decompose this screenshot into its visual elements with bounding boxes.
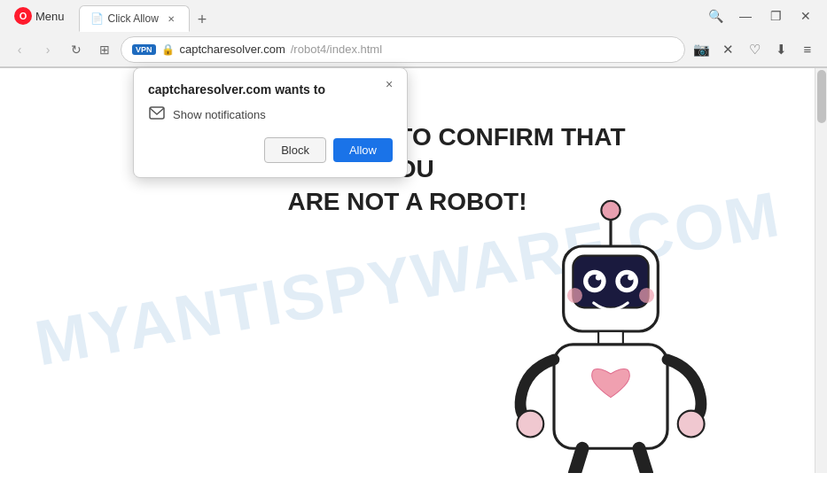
vpn-badge: VPN: [132, 44, 156, 55]
tab-title: Click Allow: [108, 12, 159, 25]
url-domain: captcharesolver.com: [180, 43, 285, 56]
page-content: MYANTISPYWARE.COM CLICK «ALLOW» TO CONFI…: [0, 68, 827, 473]
svg-point-8: [596, 275, 601, 280]
svg-point-10: [567, 288, 582, 303]
lock-icon: 🔒: [161, 43, 175, 56]
svg-point-15: [678, 411, 705, 438]
popup-permission-row: Show notifications: [148, 105, 393, 123]
tabs-container: 📄 Click Allow ✕ +: [75, 0, 698, 32]
notification-icon: [148, 105, 166, 123]
opera-menu[interactable]: O Menu: [7, 4, 72, 28]
title-bar: O Menu 📄 Click Allow ✕ + 🔍 — ❐ ✕: [0, 0, 827, 32]
tab-favicon-icon: 📄: [90, 12, 103, 25]
scrollbar[interactable]: [815, 68, 827, 473]
back-button[interactable]: ‹: [7, 37, 32, 62]
camera-icon[interactable]: 📷: [689, 37, 714, 62]
close-window-button[interactable]: ✕: [792, 2, 820, 30]
refresh-button[interactable]: ↻: [64, 37, 89, 62]
popup-buttons: Block Allow: [148, 137, 393, 163]
grid-view-button[interactable]: ⊞: [92, 37, 117, 62]
tab-close-button[interactable]: ✕: [164, 12, 178, 26]
notification-popup: × captcharesolver.com wants to Show noti…: [133, 67, 408, 178]
address-bar: ‹ › ↻ ⊞ VPN 🔒 captcharesolver.com /robot…: [0, 32, 827, 67]
scrollbar-thumb[interactable]: [817, 70, 826, 123]
block-button[interactable]: Block: [264, 137, 326, 163]
svg-point-14: [517, 411, 543, 438]
url-input[interactable]: VPN 🔒 captcharesolver.com /robot4/index.…: [121, 36, 685, 63]
svg-rect-12: [598, 331, 623, 345]
maximize-button[interactable]: ❐: [761, 2, 790, 30]
opera-logo-icon: O: [14, 7, 32, 25]
extensions-icon[interactable]: ✕: [715, 37, 740, 62]
robot-image: [478, 190, 744, 473]
svg-point-9: [628, 275, 633, 280]
tab-active[interactable]: 📄 Click Allow ✕: [79, 5, 190, 32]
permission-label: Show notifications: [173, 108, 266, 121]
search-button[interactable]: 🔍: [701, 2, 729, 30]
heart-icon[interactable]: ♡: [742, 37, 767, 62]
url-path: /robot4/index.html: [291, 43, 382, 56]
headline-line2: ARE NOT A ROBOT!: [287, 188, 527, 215]
svg-point-11: [639, 288, 654, 303]
minimize-button[interactable]: —: [731, 2, 760, 30]
allow-button[interactable]: Allow: [333, 138, 393, 162]
popup-title: captcharesolver.com wants to: [148, 82, 393, 97]
svg-rect-16: [150, 107, 164, 119]
toolbar-icons: 📷 ✕ ♡ ⬇ ≡: [689, 37, 820, 62]
popup-close-button[interactable]: ×: [380, 75, 398, 93]
menu-label: Menu: [35, 10, 65, 23]
download-icon[interactable]: ⬇: [768, 37, 793, 62]
window-controls: 🔍 — ❐ ✕: [701, 2, 820, 30]
forward-button[interactable]: ›: [35, 37, 60, 62]
new-tab-button[interactable]: +: [190, 7, 215, 32]
more-icon[interactable]: ≡: [795, 37, 820, 62]
